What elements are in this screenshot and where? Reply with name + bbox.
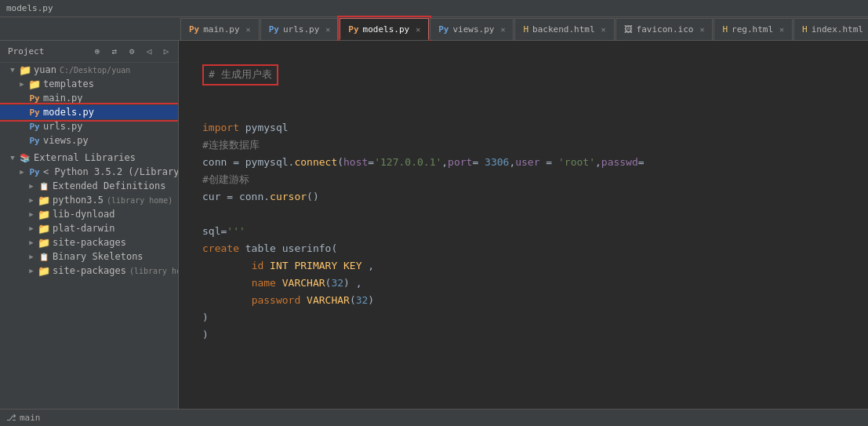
folder-icon-lib-dynload: 📁 <box>38 209 50 220</box>
code-editor[interactable]: # 生成用户表 import pymysql #连接数据库 conn = pym… <box>179 41 868 409</box>
main-py-label: main.py <box>43 93 83 104</box>
sql-table-kw: table <box>239 241 282 257</box>
tree-arrow-yuan: ▼ <box>6 66 19 74</box>
code-line-conn: conn = pymysql. connect ( host = '127.0.… <box>187 155 868 172</box>
conn-var: conn = <box>202 155 245 171</box>
sidebar: Project ⊕ ⇄ ⚙ ◁ ▷ ▼ 📁 yuan C:/Desktop/yu… <box>0 41 179 409</box>
sidebar-item-lib-dynload[interactable]: ▶ 📁 lib-dynload <box>0 207 178 221</box>
sql-id-col: id <box>252 258 264 275</box>
tab-favicon-ico[interactable]: 🖼 favicon.ico ✕ <box>616 18 714 40</box>
tab-py-icon: Py <box>189 24 199 35</box>
conn-eq2: = <box>472 155 478 171</box>
toolbar-add-btn[interactable]: ⊕ <box>90 45 104 59</box>
ext-icon-extended-defs: 📋 <box>38 180 50 191</box>
python35-label: python3.5 <box>53 195 104 206</box>
tab-label: models.py <box>363 24 410 35</box>
code-line-sql-open: sql= ''' <box>187 224 868 241</box>
tab-close-views-py[interactable]: ✕ <box>500 25 505 34</box>
tab-index-html[interactable]: H index.html ✕ <box>794 18 868 40</box>
git-icon: ⎇ <box>6 413 16 423</box>
tab-backend-html[interactable]: H backend.html ✕ <box>514 18 614 40</box>
code-line-import: import pymysql <box>187 120 868 137</box>
tab-models-py[interactable]: Py models.py ✕ <box>340 18 429 40</box>
tab-html-icon: H <box>523 24 528 35</box>
tab-close-reg-html[interactable]: ✕ <box>779 25 784 34</box>
conn-host-val: '127.0.0.1' <box>374 155 441 171</box>
tab-close-urls-py[interactable]: ✕ <box>325 25 330 34</box>
sidebar-item-models-py[interactable]: Py models.py <box>0 105 178 119</box>
sidebar-item-external-libraries[interactable]: ▼ 📚 External Libraries <box>0 151 178 165</box>
sql-varchar32b-kw: VARCHAR <box>307 293 350 309</box>
tab-close-backend-html[interactable]: ✕ <box>601 25 606 34</box>
tab-reg-html[interactable]: H reg.html ✕ <box>714 18 793 40</box>
sidebar-item-main-py[interactable]: Py main.py <box>0 91 178 105</box>
code-line-cursor: cur = conn. cursor () <box>187 189 868 206</box>
conn-host-key: host <box>343 155 368 171</box>
title-text: models.py <box>6 3 53 13</box>
tab-close-main-py[interactable]: ✕ <box>246 25 251 34</box>
sidebar-toolbar: Project ⊕ ⇄ ⚙ ◁ ▷ <box>0 41 178 63</box>
models-py-label: models.py <box>43 107 94 118</box>
sidebar-item-site-packages-lib[interactable]: ▶ 📁 site-packages (library home) <box>0 264 178 278</box>
yuan-label: yuan <box>34 64 56 75</box>
sidebar-item-extended-defs[interactable]: ▶ 📋 Extended Definitions <box>0 179 178 193</box>
site-packages-label: site-packages <box>53 237 126 248</box>
code-line-blank2 <box>187 86 868 103</box>
views-py-label: views.py <box>43 135 89 146</box>
comment1-box: # 生成用户表 <box>202 64 278 86</box>
urls-py-label: urls.py <box>43 121 83 132</box>
sidebar-item-templates[interactable]: ▶ 📁 templates <box>0 77 178 91</box>
tree-arrow-python35-home: ▶ <box>25 196 38 204</box>
tab-close-favicon-ico[interactable]: ✕ <box>699 25 704 34</box>
tree-arrow-site-packages: ▶ <box>25 238 38 246</box>
code-line-blank3 <box>187 103 868 120</box>
code-line-sql-id: id INT PRIMARY KEY , <box>187 258 868 275</box>
tab-close-models-py[interactable]: ✕ <box>416 25 420 34</box>
sidebar-item-binary-skeletons[interactable]: ▶ 📋 Binary Skeletons <box>0 249 178 264</box>
code-line-close: ) <box>187 327 868 344</box>
folder-icon-python35: 📁 <box>38 195 50 206</box>
sql-id-type <box>263 258 270 275</box>
code-line-comment2: #连接数据库 <box>187 137 868 155</box>
tab-py-icon: Py <box>438 24 449 35</box>
sql-quotes: ''' <box>227 224 245 240</box>
folder-icon-site-packages: 📁 <box>38 237 50 248</box>
py-icon-main: Py <box>28 93 41 104</box>
py-icon-urls: Py <box>28 121 41 132</box>
sidebar-item-urls-py[interactable]: Py urls.py <box>0 119 178 133</box>
sidebar-item-yuan[interactable]: ▼ 📁 yuan C:/Desktop/yuan <box>0 63 178 77</box>
tab-label: reg.html <box>732 24 773 35</box>
toolbar-back-btn[interactable]: ◁ <box>142 45 156 59</box>
conn-eq3: = <box>540 155 558 171</box>
tree-arrow-python352: ▶ <box>16 168 28 176</box>
toolbar-gear-btn[interactable]: ⚙ <box>125 45 139 59</box>
sql-name-col: name <box>252 275 276 292</box>
tab-urls-py[interactable]: Py urls.py ✕ <box>260 18 340 40</box>
toolbar-sync-btn[interactable]: ⇄ <box>107 45 122 59</box>
tab-main-py[interactable]: Py main.py ✕ <box>180 18 260 40</box>
code-line-sql-password: password VARCHAR ( 32 ) <box>187 293 868 310</box>
sidebar-item-python352[interactable]: ▶ Py < Python 3.5.2 (/Library/Framew <box>0 165 178 179</box>
import-keyword: import <box>202 120 239 137</box>
extended-defs-label: Extended Definitions <box>53 180 166 191</box>
sidebar-item-plat-darwin[interactable]: ▶ 📁 plat-darwin <box>0 221 178 235</box>
folder-icon-site-packages-lib: 📁 <box>38 265 50 276</box>
close-paren: ) <box>202 327 209 344</box>
tree-arrow-lib-dynload: ▶ <box>25 210 38 218</box>
py-icon-python352: Py <box>28 166 41 177</box>
cur-func: cursor <box>270 189 307 206</box>
toolbar-forward-btn[interactable]: ▷ <box>159 45 173 59</box>
ext-icon-binary: 📋 <box>38 251 50 262</box>
sql-password-col: password <box>252 293 301 309</box>
tab-html-icon: H <box>802 24 808 35</box>
sql-close-paren: ) <box>202 310 209 326</box>
sidebar-item-python35-home[interactable]: ▶ 📁 python3.5 (library home) <box>0 193 178 207</box>
conn-paren: ( <box>337 155 343 171</box>
tree-arrow-binary-skeletons: ▶ <box>25 253 38 260</box>
tab-ico-icon: 🖼 <box>624 24 633 35</box>
sidebar-item-views-py[interactable]: Py views.py <box>0 133 178 147</box>
conn-func: connect <box>294 155 337 171</box>
tab-views-py[interactable]: Py views.py ✕ <box>430 18 514 40</box>
sql-indent1 <box>202 258 252 275</box>
sidebar-item-site-packages[interactable]: ▶ 📁 site-packages <box>0 235 178 249</box>
